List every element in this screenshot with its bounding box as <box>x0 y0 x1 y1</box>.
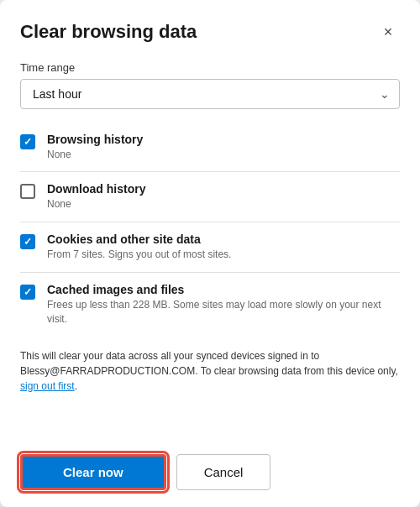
option-cookies: Cookies and other site data From 7 sites… <box>20 224 400 270</box>
close-button[interactable]: × <box>376 20 400 44</box>
checkbox-cached-images-box[interactable] <box>20 285 35 300</box>
button-row: Clear now Cancel <box>20 454 400 490</box>
sign-out-first-link[interactable]: sign out first <box>20 380 75 392</box>
divider-3 <box>20 272 400 273</box>
checkbox-browsing-history-box[interactable] <box>20 134 35 149</box>
option-browsing-history: Browsing history None <box>20 124 400 170</box>
option-cached-images-title: Cached images and files <box>47 283 400 296</box>
option-download-history-text: Download history None <box>47 182 400 212</box>
option-cached-images: Cached images and files Frees up less th… <box>20 274 400 335</box>
option-download-history-title: Download history <box>47 182 400 196</box>
checkbox-cached-images[interactable] <box>20 285 35 300</box>
info-text-prefix: This will clear your data across all you… <box>20 350 398 377</box>
divider-2 <box>20 222 400 222</box>
time-range-section: Time range Last hourLast 24 hoursLast 7 … <box>20 61 400 124</box>
option-browsing-history-title: Browsing history <box>47 133 400 146</box>
option-cookies-desc: From 7 sites. Signs you out of most site… <box>47 248 400 262</box>
time-range-label: Time range <box>20 61 400 74</box>
dialog-header: Clear browsing data × <box>20 20 400 44</box>
option-cached-images-desc: Frees up less than 228 MB. Some sites ma… <box>47 298 400 327</box>
clear-now-button[interactable]: Clear now <box>20 454 166 490</box>
info-text: This will clear your data across all you… <box>20 348 400 394</box>
info-text-suffix: . <box>75 380 77 392</box>
time-range-select-wrapper: Last hourLast 24 hoursLast 7 daysLast 4 … <box>20 79 400 109</box>
checkbox-cookies[interactable] <box>20 234 35 249</box>
option-browsing-history-desc: None <box>47 148 400 162</box>
options-list: Browsing history None Download history N… <box>20 124 407 454</box>
checkbox-browsing-history[interactable] <box>20 134 35 149</box>
option-browsing-history-text: Browsing history None <box>47 133 400 162</box>
clear-browsing-data-dialog: Clear browsing data × Time range Last ho… <box>0 0 420 507</box>
dialog-title: Clear browsing data <box>20 20 197 44</box>
option-cookies-text: Cookies and other site data From 7 sites… <box>47 233 400 262</box>
checkbox-cookies-box[interactable] <box>20 234 35 249</box>
time-range-select[interactable]: Last hourLast 24 hoursLast 7 daysLast 4 … <box>20 79 400 109</box>
option-cookies-title: Cookies and other site data <box>47 233 400 246</box>
option-download-history-desc: None <box>47 197 400 212</box>
option-cached-images-text: Cached images and files Frees up less th… <box>47 283 400 327</box>
divider-1 <box>20 171 400 172</box>
cancel-button[interactable]: Cancel <box>176 454 271 490</box>
checkbox-download-history[interactable] <box>20 184 35 199</box>
option-download-history: Download history None <box>20 174 400 220</box>
checkbox-download-history-box[interactable] <box>20 184 35 199</box>
